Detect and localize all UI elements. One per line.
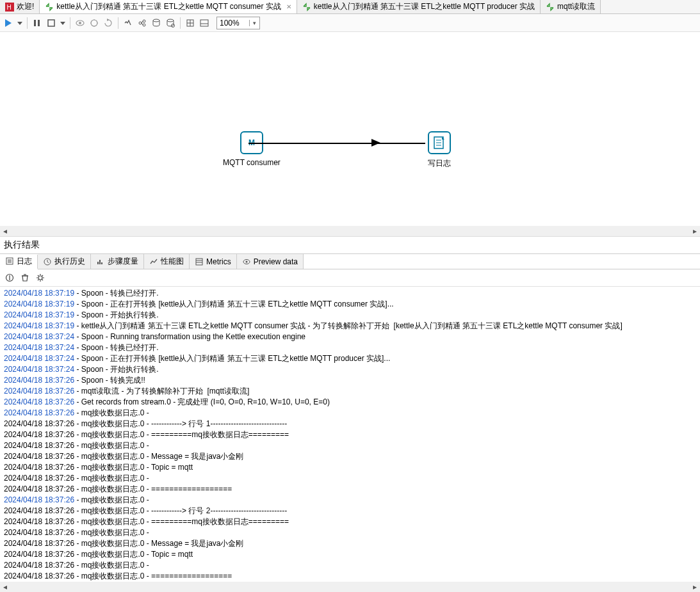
log-line: 2024/04/18 18:37:26 - mq接收数据日志.0 - — [4, 408, 696, 419]
svg-marker-3 — [17, 22, 22, 25]
step-mqtt-consumer[interactable]: M MQTT consumer — [223, 131, 281, 167]
log-line: 2024/04/18 18:37:26 - mq接收数据日志.0 - =====… — [4, 516, 696, 527]
svg-rect-27 — [200, 20, 208, 26]
log-line: 2024/04/18 18:37:19 - Spoon - 正在打开转换 [ke… — [4, 299, 696, 310]
hop-arrow[interactable] — [248, 143, 425, 144]
canvas-scrollbar-horizontal[interactable]: ◂ ▸ — [0, 226, 700, 236]
scroll-right-icon[interactable]: ▸ — [690, 226, 700, 236]
show-results-icon[interactable] — [199, 17, 210, 29]
log-timestamp: 2024/04/18 18:37:19 — [4, 310, 74, 319]
log-text: - mq接收数据日志.0 - — [74, 408, 151, 417]
log-line: 2024/04/18 18:37:24 - Spoon - 转换已经打开. — [4, 342, 696, 353]
log-line: 2024/04/18 18:37:26 - mq接收数据日志.0 - -----… — [4, 419, 696, 429]
results-tab-perf[interactable]: 性能图 — [144, 254, 190, 269]
svg-line-57 — [42, 280, 44, 281]
log-timestamp: 2024/04/18 18:37:24 — [4, 343, 74, 352]
tab-label: 欢迎! — [17, 1, 34, 12]
zoom-select[interactable] — [216, 17, 260, 29]
results-tab-metrics2[interactable]: Metrics — [190, 254, 237, 269]
log-text: - mq接收数据日志.0 - ================== — [74, 484, 232, 493]
svg-rect-5 — [38, 20, 40, 26]
log-text: - mq接收数据日志.0 - — [74, 495, 151, 504]
log-timestamp: 2024/04/18 18:37:26 — [4, 463, 74, 472]
arrow-head-icon — [371, 139, 380, 147]
results-tab-metrics[interactable]: 步骤度量 — [91, 254, 144, 269]
explore-db-icon[interactable] — [165, 17, 176, 29]
stop-dropdown-icon[interactable] — [60, 17, 66, 29]
svg-point-10 — [91, 20, 97, 26]
run-button[interactable] — [3, 17, 14, 29]
log-line: 2024/04/18 18:37:26 - mq接收数据日志.0 - Messa… — [4, 451, 696, 462]
tab-label: 步骤度量 — [108, 256, 138, 267]
close-icon[interactable] — [284, 3, 291, 10]
log-timestamp: 2024/04/18 18:37:26 — [4, 484, 74, 493]
log-line: 2024/04/18 18:37:19 - kettle从入门到精通 第五十三课… — [4, 321, 696, 332]
svg-line-19 — [142, 21, 143, 23]
log-text: - Spoon - 转换已经打开. — [74, 289, 158, 298]
log-timestamp: 2024/04/18 18:37:26 — [4, 528, 74, 537]
results-tab-preview[interactable]: Preview data — [237, 254, 304, 269]
log-icon — [5, 257, 14, 266]
log-line: 2024/04/18 18:37:26 - mq接收数据日志.0 - =====… — [4, 429, 696, 440]
results-tab-history[interactable]: 执行历史 — [38, 254, 91, 269]
sql-icon[interactable] — [151, 17, 162, 29]
separator — [118, 17, 118, 29]
log-line: 2024/04/18 18:37:26 - mq接收数据日志.0 - — [4, 473, 696, 484]
tab-label: 执行历史 — [54, 256, 85, 267]
log-timestamp: 2024/04/18 18:37:26 — [4, 572, 74, 580]
editor-tab[interactable]: kettle从入门到精通 第五十三课 ETL之kettle MQTT produ… — [297, 0, 541, 13]
zoom-dropdown-icon[interactable] — [249, 20, 259, 26]
replay-icon[interactable] — [102, 17, 114, 29]
log-timestamp: 2024/04/18 18:37:26 — [4, 506, 74, 515]
log-text: - Spoon - 开始执行转换. — [74, 365, 158, 374]
scroll-right-icon[interactable]: ▸ — [690, 582, 700, 592]
log-line: 2024/04/18 18:37:26 - mq接收数据日志.0 - Topic… — [4, 462, 696, 473]
log-text: - Spoon - 转换已经打开. — [74, 343, 158, 352]
scroll-left-icon[interactable]: ◂ — [0, 226, 10, 236]
log-text: - Spoon - 正在打开转换 [kettle从入门到精通 第五十三课 ETL… — [74, 354, 390, 363]
write-log-icon — [428, 131, 451, 154]
log-timestamp: 2024/04/18 18:37:26 — [4, 387, 74, 396]
editor-tab[interactable]: H欢迎! — [0, 0, 40, 13]
log-line: 2024/04/18 18:37:26 - mqtt读取流 - 为了转换解除补丁… — [4, 386, 696, 397]
tab-label: kettle从入门到精通 第五十三课 ETL之kettle MQTT produ… — [314, 1, 535, 12]
log-line: 2024/04/18 18:37:26 - mq接收数据日志.0 - — [4, 527, 696, 538]
results-tab-log[interactable]: 日志 — [0, 255, 38, 269]
log-text: - mq接收数据日志.0 - — [74, 441, 151, 450]
log-timestamp: 2024/04/18 18:37:26 — [4, 452, 74, 461]
log-text: - mq接收数据日志.0 - Message = 我是java小金刚 — [74, 539, 243, 548]
log-restrict-icon[interactable] — [4, 272, 15, 284]
snap-grid-icon[interactable] — [184, 17, 196, 29]
log-line: 2024/04/18 18:37:26 - mq接收数据日志.0 - =====… — [4, 571, 696, 582]
editor-tab[interactable]: mqtt读取流 — [541, 0, 601, 13]
log-settings-icon[interactable] — [35, 272, 46, 284]
log-line: 2024/04/18 18:37:26 - mq接收数据日志.0 - — [4, 440, 696, 451]
debug-icon[interactable] — [88, 17, 100, 29]
editor-tab[interactable]: kettle从入门到精通 第五十三课 ETL之kettle MQTT consu… — [40, 0, 297, 13]
stop-button[interactable] — [45, 17, 57, 29]
preview-icon[interactable] — [74, 17, 86, 29]
scroll-left-icon[interactable]: ◂ — [0, 582, 10, 592]
transformation-canvas[interactable]: M MQTT consumer 写日志 ◂ ▸ — [0, 32, 700, 237]
impact-icon[interactable] — [136, 17, 148, 29]
log-timestamp: 2024/04/18 18:37:26 — [4, 550, 74, 559]
log-line: 2024/04/18 18:37:26 - mq接收数据日志.0 - — [4, 495, 696, 506]
log-line: 2024/04/18 18:37:24 - Spoon - 正在打开转换 [ke… — [4, 353, 696, 364]
zoom-input[interactable] — [217, 19, 249, 28]
log-scrollbar-horizontal[interactable]: ◂ ▸ — [0, 582, 700, 592]
log-text: - Get records from stream.0 - 完成处理 (I=0,… — [74, 397, 330, 406]
log-clear-icon[interactable] — [19, 272, 31, 284]
log-line: 2024/04/18 18:37:19 - Spoon - 开始执行转换. — [4, 310, 696, 321]
log-line: 2024/04/18 18:37:24 - Spoon - Running tr… — [4, 332, 696, 342]
pause-button[interactable] — [31, 17, 43, 29]
tab-label: Preview data — [254, 257, 298, 266]
transformation-file-icon — [45, 3, 54, 12]
log-text: - mq接收数据日志.0 - =========mq接收数据日志========… — [74, 430, 289, 439]
transformation-file-icon — [302, 3, 311, 12]
step-write-log[interactable]: 写日志 — [428, 131, 451, 169]
run-dropdown-icon[interactable] — [17, 17, 23, 29]
log-output[interactable]: 2024/04/18 18:37:19 - Spoon - 转换已经打开.202… — [0, 287, 700, 582]
log-text: - mq接收数据日志.0 - =========mq接收数据日志========… — [74, 517, 289, 526]
log-toolbar — [0, 269, 700, 287]
check-icon[interactable] — [122, 17, 134, 29]
